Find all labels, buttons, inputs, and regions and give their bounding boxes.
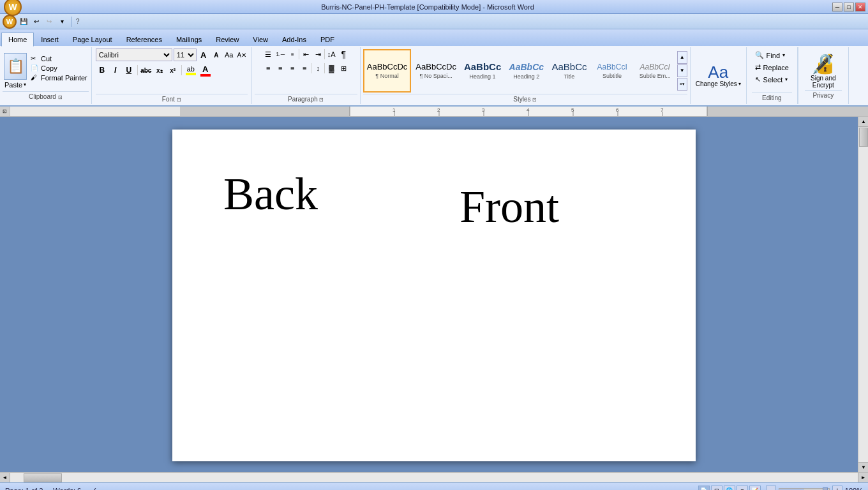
- outline-button[interactable]: ≡: [737, 486, 748, 491]
- full-screen-button[interactable]: ⊡: [711, 486, 722, 491]
- tab-mailings[interactable]: Mailings: [169, 32, 209, 46]
- sort-button[interactable]: ↕A: [326, 48, 337, 60]
- back-text-area[interactable]: Back: [198, 149, 434, 442]
- draft-button[interactable]: 📝: [749, 486, 761, 491]
- style-subtle-em[interactable]: AaBbCcI Subtle Em...: [634, 49, 676, 93]
- paste-button[interactable]: 📋 Paste▾: [3, 52, 28, 90]
- bold-button[interactable]: B: [96, 64, 108, 77]
- front-text-area[interactable]: Front: [434, 149, 670, 442]
- highlight-color-strip: [186, 73, 196, 75]
- office-menu-button[interactable]: W: [3, 15, 17, 29]
- styles-scroll-up[interactable]: ▲: [677, 51, 687, 64]
- superscript-button[interactable]: x²: [167, 64, 179, 77]
- office-button[interactable]: W: [4, 0, 22, 16]
- style-subtitle[interactable]: AaBbCcI Subtitle: [592, 49, 633, 93]
- find-label: Find: [767, 52, 780, 59]
- zoom-level[interactable]: 100%: [845, 487, 863, 491]
- shading-button[interactable]: ▓: [326, 63, 337, 74]
- borders-button[interactable]: ⊞: [338, 63, 349, 74]
- minimize-button[interactable]: ─: [832, 3, 842, 11]
- copy-button[interactable]: 📄 Copy: [29, 64, 89, 73]
- help-button[interactable]: ?: [76, 18, 80, 25]
- font-dialog-launcher[interactable]: ⊡: [177, 97, 181, 103]
- zoom-slider-thumb[interactable]: [823, 487, 828, 491]
- style-no-spacing[interactable]: AaBbCcDc ¶ No Spaci...: [412, 49, 460, 93]
- change-styles-group: Aa Change Styles▾: [691, 47, 747, 104]
- underline-button[interactable]: U: [123, 64, 135, 77]
- styles-scroll-down[interactable]: ▼: [677, 64, 687, 77]
- scroll-down-button[interactable]: ▼: [858, 462, 868, 472]
- window-controls: ─ □ ✕: [832, 3, 865, 11]
- replace-label: Replace: [763, 64, 789, 71]
- align-right-button[interactable]: ≡: [287, 63, 298, 74]
- zoom-in-button[interactable]: +: [832, 486, 842, 491]
- web-layout-button[interactable]: 🌐: [724, 486, 735, 491]
- clipboard-dialog-launcher[interactable]: ⊡: [58, 94, 63, 100]
- justify-button[interactable]: ≡: [299, 63, 310, 74]
- cut-button[interactable]: ✂ Cut: [29, 54, 89, 63]
- vertical-scrollbar: ▲ ▼: [858, 117, 868, 472]
- style-heading1[interactable]: AaBbCc Heading 1: [461, 49, 504, 93]
- find-button[interactable]: 🔍 Find ▾: [752, 50, 791, 61]
- quick-redo-button[interactable]: ↪: [43, 16, 55, 27]
- replace-button[interactable]: ⇄ Replace: [752, 62, 791, 73]
- bullets-button[interactable]: ☰: [262, 48, 274, 60]
- align-center-button[interactable]: ≡: [274, 63, 286, 74]
- h-scroll-thumb[interactable]: [24, 473, 62, 482]
- show-marks-button[interactable]: ¶: [338, 48, 349, 60]
- font-size-select[interactable]: 11: [174, 48, 197, 61]
- front-text: Front: [460, 181, 559, 232]
- font-color-button[interactable]: A: [198, 64, 213, 77]
- numbering-button[interactable]: 1.─: [274, 48, 286, 60]
- scroll-right-button[interactable]: ►: [858, 473, 868, 483]
- subscript-button[interactable]: x₂: [153, 64, 166, 77]
- tab-review[interactable]: Review: [209, 32, 246, 46]
- scroll-up-button[interactable]: ▲: [858, 117, 868, 127]
- style-heading2[interactable]: AaBbCc Heading 2: [505, 49, 547, 93]
- italic-button[interactable]: I: [109, 64, 122, 77]
- tab-pdf[interactable]: PDF: [313, 32, 341, 46]
- select-button[interactable]: ↖ Select ▾: [752, 74, 791, 85]
- format-painter-button[interactable]: 🖌 Format Painter: [29, 73, 89, 82]
- decrease-indent-button[interactable]: ⇤: [300, 48, 311, 60]
- sign-encrypt-button[interactable]: 🔏 Sign andEncrypt: [811, 52, 835, 89]
- tab-insert[interactable]: Insert: [34, 32, 66, 46]
- highlight-color-button[interactable]: ab: [184, 65, 198, 75]
- print-layout-button[interactable]: 📄: [698, 486, 710, 491]
- scroll-down-icon: ▼: [861, 464, 866, 470]
- tab-view[interactable]: View: [246, 32, 275, 46]
- style-normal[interactable]: AaBbCcDc ¶ Normal: [363, 49, 412, 93]
- zoom-slider-track[interactable]: [779, 488, 830, 491]
- quick-undo-button[interactable]: ↩: [31, 16, 42, 27]
- change-case-button[interactable]: Aa: [223, 49, 235, 61]
- tab-add-ins[interactable]: Add-Ins: [275, 32, 313, 46]
- shrink-font-button[interactable]: A: [211, 49, 222, 61]
- tab-references[interactable]: References: [119, 32, 169, 46]
- tab-home[interactable]: Home: [1, 33, 34, 47]
- maximize-button[interactable]: □: [844, 3, 854, 11]
- paragraph-dialog-launcher[interactable]: ⊡: [319, 97, 324, 103]
- styles-dialog-launcher[interactable]: ⊡: [532, 97, 537, 103]
- close-button[interactable]: ✕: [855, 3, 865, 11]
- change-styles-button[interactable]: Aa Change Styles▾: [696, 64, 741, 87]
- quick-customize-button[interactable]: ▾: [56, 16, 68, 27]
- font-group-label: Font ⊡: [96, 94, 248, 103]
- align-left-button[interactable]: ≡: [262, 63, 274, 74]
- grow-font-button[interactable]: A: [198, 49, 209, 61]
- increase-indent-button[interactable]: ⇥: [312, 48, 324, 60]
- clear-formatting-button[interactable]: A✕: [236, 49, 248, 61]
- quick-save-button[interactable]: 💾: [18, 16, 29, 27]
- scroll-left-button[interactable]: ◄: [0, 473, 10, 483]
- document-page[interactable]: Back Front: [172, 130, 696, 461]
- multilevel-list-button[interactable]: ≡: [287, 48, 298, 60]
- scroll-thumb[interactable]: [859, 128, 868, 147]
- tab-page-layout[interactable]: Page Layout: [66, 32, 119, 46]
- style-title[interactable]: AaBbCc Title: [548, 49, 590, 93]
- line-spacing-button[interactable]: ↕: [312, 63, 324, 74]
- styles-more-button[interactable]: ≡▾: [677, 78, 687, 91]
- ruler-corner[interactable]: ⊡: [0, 107, 10, 116]
- font-name-row: Calibri 11 A A Aa A✕: [96, 48, 248, 61]
- zoom-out-button[interactable]: ─: [766, 486, 776, 491]
- strikethrough-button[interactable]: abc: [140, 64, 153, 77]
- font-name-select[interactable]: Calibri: [96, 48, 172, 61]
